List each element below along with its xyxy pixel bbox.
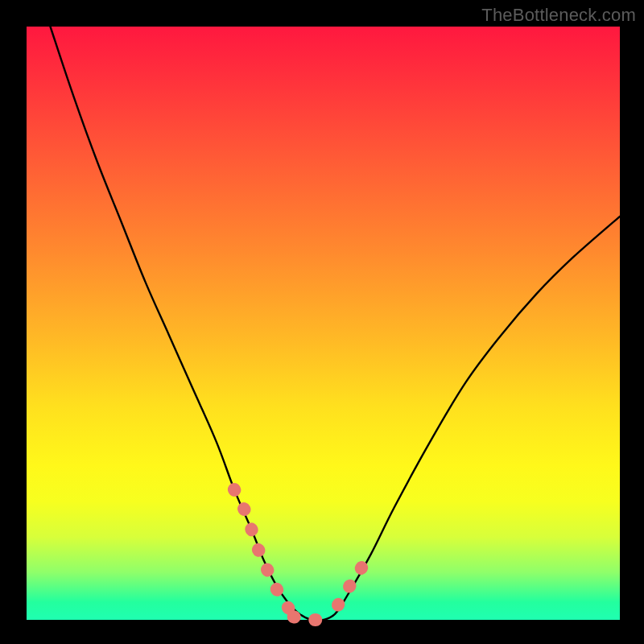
curve-svg <box>27 27 620 620</box>
plot-area <box>27 27 620 620</box>
bottleneck-curve <box>50 27 620 621</box>
watermark-text: TheBottleneck.com <box>481 5 636 26</box>
highlight-segment-right <box>338 558 368 605</box>
chart-frame: TheBottleneck.com <box>0 0 644 644</box>
highlight-segment-left <box>234 489 291 611</box>
